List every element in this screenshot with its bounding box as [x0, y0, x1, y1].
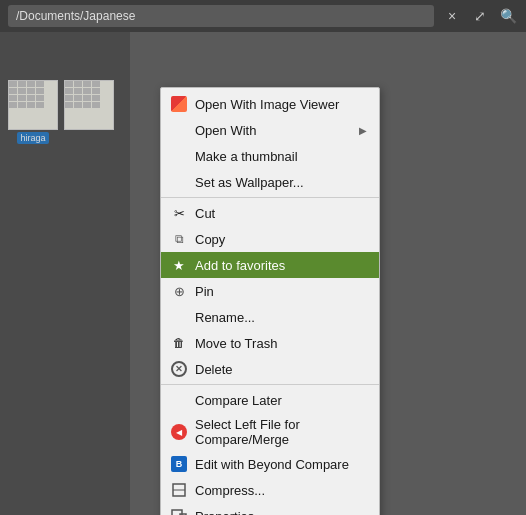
bc-icon — [171, 456, 187, 472]
resize-button[interactable]: ⤢ — [470, 6, 490, 26]
separator-2 — [161, 384, 379, 385]
file-thumbnail-1 — [8, 80, 58, 130]
menu-item-delete[interactable]: Delete — [161, 356, 379, 382]
menu-item-select-left-file[interactable]: Select Left File for Compare/Merge — [161, 413, 379, 451]
menu-item-label: Compress... — [195, 483, 367, 498]
file-item-1[interactable]: hiraga — [8, 80, 58, 144]
search-button[interactable]: 🔍 — [498, 6, 518, 26]
menu-item-pin[interactable]: Pin — [161, 278, 379, 304]
menu-item-rename[interactable]: Rename... — [161, 304, 379, 330]
menu-item-label: Compare Later — [195, 393, 367, 408]
properties-icon — [171, 508, 187, 515]
title-bar: /Documents/Japanese × ⤢ 🔍 — [0, 0, 526, 32]
menu-item-label: Make a thumbnail — [195, 149, 367, 164]
file-panel: hiraga — [0, 32, 130, 515]
file-item-2[interactable] — [64, 80, 114, 144]
menu-item-compress[interactable]: Compress... — [161, 477, 379, 503]
menu-item-move-to-trash[interactable]: Move to Trash — [161, 330, 379, 356]
menu-item-edit-bc[interactable]: Edit with Beyond Compare — [161, 451, 379, 477]
thumbnail-icon — [171, 148, 187, 164]
menu-item-label: Properties — [195, 509, 367, 516]
menu-item-label: Pin — [195, 284, 367, 299]
menu-item-copy[interactable]: Copy — [161, 226, 379, 252]
submenu-arrow: ▶ — [359, 125, 367, 136]
image-viewer-icon — [171, 96, 187, 112]
menu-item-label: Open With Image Viewer — [195, 97, 367, 112]
file-thumbnail-2 — [64, 80, 114, 130]
trash-icon — [171, 335, 187, 351]
menu-item-label: Open With — [195, 123, 351, 138]
path-text: /Documents/Japanese — [16, 9, 135, 23]
menu-item-open-with[interactable]: Open With ▶ — [161, 117, 379, 143]
cut-icon — [171, 205, 187, 221]
menu-item-label: Set as Wallpaper... — [195, 175, 367, 190]
copy-icon — [171, 231, 187, 247]
menu-item-label: Add to favorites — [195, 258, 367, 273]
menu-item-properties[interactable]: Properties — [161, 503, 379, 515]
menu-item-make-thumbnail[interactable]: Make a thumbnail — [161, 143, 379, 169]
menu-item-label: Cut — [195, 206, 367, 221]
menu-item-label: Rename... — [195, 310, 367, 325]
path-display: /Documents/Japanese — [8, 5, 434, 27]
select-left-icon — [171, 424, 187, 440]
menu-item-label: Move to Trash — [195, 336, 367, 351]
file-label-1: hiraga — [17, 132, 48, 144]
menu-item-label: Select Left File for Compare/Merge — [195, 417, 367, 447]
main-area: hiraga Open With Image Viewer — [0, 32, 526, 515]
file-grid: hiraga — [8, 80, 122, 144]
compress-icon — [171, 482, 187, 498]
rename-icon — [171, 309, 187, 325]
compare-later-icon — [171, 392, 187, 408]
separator-1 — [161, 197, 379, 198]
context-menu: Open With Image Viewer Open With ▶ Make … — [160, 87, 380, 515]
delete-icon — [171, 361, 187, 377]
pin-icon — [171, 283, 187, 299]
star-icon — [171, 257, 187, 273]
open-with-icon — [171, 122, 187, 138]
clear-button[interactable]: × — [442, 6, 462, 26]
menu-item-label: Copy — [195, 232, 367, 247]
menu-item-add-to-favorites[interactable]: Add to favorites — [161, 252, 379, 278]
menu-item-compare-later[interactable]: Compare Later — [161, 387, 379, 413]
menu-item-label: Delete — [195, 362, 367, 377]
menu-item-label: Edit with Beyond Compare — [195, 457, 367, 472]
menu-item-open-with-image-viewer[interactable]: Open With Image Viewer — [161, 91, 379, 117]
menu-item-set-wallpaper[interactable]: Set as Wallpaper... — [161, 169, 379, 195]
menu-item-cut[interactable]: Cut — [161, 200, 379, 226]
wallpaper-icon — [171, 174, 187, 190]
